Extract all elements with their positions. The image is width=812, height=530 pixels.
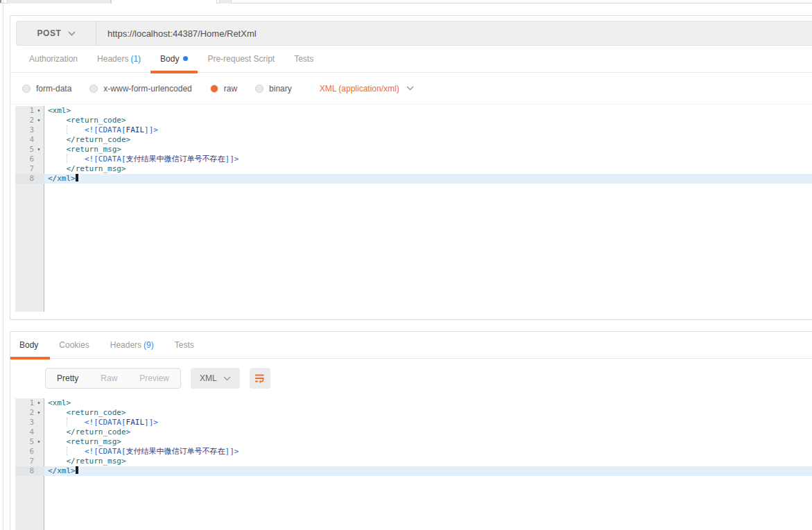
view-pretty-button[interactable]: Pretty — [46, 369, 89, 388]
code-lines: 1▾<xml>2▾ <return_code>3 <![CDATA[FAIL]]… — [15, 398, 812, 476]
code-lines: 1▾<xml>2▾ <return_code>3 <![CDATA[FAIL]]… — [15, 106, 812, 184]
request-body-editor[interactable]: 1▾<xml>2▾ <return_code>3 <![CDATA[FAIL]]… — [10, 105, 812, 317]
fold-toggle-icon[interactable]: ▾ — [34, 398, 44, 408]
token-atom: ]]> — [225, 447, 239, 456]
response-tab-body[interactable]: Body — [10, 340, 50, 358]
token-text — [67, 154, 85, 164]
gutter-cell: 8 — [15, 174, 44, 184]
fold-toggle-icon[interactable]: ▾ — [34, 408, 44, 418]
fold-toggle-icon[interactable]: ▾ — [34, 116, 44, 125]
code-line-content[interactable]: <![CDATA[支付结果中微信订单号不存在]]> — [44, 154, 812, 164]
content-type-label: XML (application/xml) — [320, 84, 399, 94]
gutter-cell: 5▾ — [15, 145, 44, 154]
line-number: 8 — [15, 466, 34, 476]
new-tab-button[interactable] — [219, 0, 232, 3]
code-line-content[interactable]: <xml> — [44, 398, 812, 408]
body-mode-urlencoded[interactable]: x-www-form-urlencoded — [89, 84, 191, 94]
line-number: 1 — [15, 398, 34, 408]
token-text — [48, 418, 67, 427]
body-mode-binary[interactable]: binary — [255, 84, 292, 94]
response-tab-cookies[interactable]: Cookies — [50, 340, 101, 358]
response-body-editor[interactable]: 1▾<xml>2▾ <return_code>3 <![CDATA[FAIL]]… — [10, 397, 812, 530]
request-tab-inactive[interactable] — [7, 0, 111, 3]
method-chevron-icon — [68, 31, 76, 36]
radio-icon[interactable] — [22, 85, 31, 93]
radio-icon[interactable] — [255, 85, 264, 93]
tab-authorization[interactable]: Authorization — [19, 54, 87, 72]
code-line-content[interactable]: <![CDATA[支付结果中微信订单号不存在]]> — [44, 447, 812, 457]
token-text — [48, 457, 67, 466]
view-raw-button[interactable]: Raw — [89, 369, 128, 388]
format-label: XML — [200, 373, 217, 383]
code-line: 2▾ <return_code> — [15, 116, 812, 125]
tab-label: Headers — [97, 54, 128, 64]
code-line-content[interactable]: </return_code> — [44, 135, 812, 145]
code-line-content[interactable]: <return_msg> — [44, 145, 812, 154]
tabbar-edge — [0, 0, 1, 3]
radio-label: x-www-form-urlencoded — [103, 84, 191, 94]
tab-body[interactable]: Body — [150, 54, 198, 72]
token-tag: </return_code> — [67, 135, 131, 144]
response-tab-headers[interactable]: Headers(9) — [101, 340, 166, 358]
code-line-content[interactable]: </return_msg> — [44, 164, 812, 174]
tab-tests[interactable]: Tests — [284, 54, 323, 72]
code-line-content[interactable]: </xml> — [44, 466, 812, 476]
tab-headers[interactable]: Headers(1) — [87, 54, 150, 72]
code-line: 6 <![CDATA[支付结果中微信订单号不存在]]> — [15, 154, 812, 164]
radio-label: binary — [269, 84, 292, 94]
fold-toggle-icon[interactable]: ▾ — [34, 145, 44, 154]
code-line: 1▾<xml> — [15, 398, 812, 408]
code-line-content[interactable]: </xml> — [44, 174, 812, 184]
code-line: 4 </return_code> — [15, 427, 812, 437]
tab-label: Authorization — [29, 54, 78, 64]
response-panel: Body Cookies Headers(9) Tests Pretty Raw… — [10, 331, 812, 530]
token-text — [48, 408, 67, 417]
radio-icon[interactable] — [89, 85, 98, 93]
button-label: Pretty — [57, 373, 78, 383]
token-atom: <![CDATA[ — [85, 447, 126, 456]
code-line: 8</xml> — [15, 174, 812, 184]
gutter-cell: 4 — [15, 427, 44, 437]
code-line-content[interactable]: <return_msg> — [44, 437, 812, 447]
text-cursor — [76, 174, 78, 182]
code-line: 6 <![CDATA[支付结果中微信订单号不存在]]> — [15, 447, 812, 457]
token-tag: </return_code> — [67, 427, 131, 436]
method-label: POST — [37, 28, 61, 38]
code-line-content[interactable]: </return_msg> — [44, 457, 812, 466]
content-type-dropdown[interactable]: XML (application/xml) — [320, 84, 414, 94]
response-toolbar: Pretty Raw Preview XML — [45, 368, 270, 389]
code-line-content[interactable]: <![CDATA[FAIL]]> — [44, 418, 812, 427]
code-line: 7 </return_msg> — [15, 457, 812, 466]
response-tab-tests[interactable]: Tests — [166, 340, 206, 358]
request-tab-active[interactable] — [111, 0, 217, 3]
body-mode-form-data[interactable]: form-data — [22, 84, 71, 94]
method-dropdown[interactable]: POST — [17, 21, 96, 45]
response-format-dropdown[interactable]: XML — [191, 368, 240, 389]
token-tag: <return_msg> — [67, 437, 121, 446]
code-line: 4 </return_code> — [15, 135, 812, 145]
fold-toggle-icon[interactable]: ▾ — [34, 437, 44, 447]
text-cursor — [76, 466, 78, 474]
radio-checked-icon[interactable] — [210, 85, 218, 93]
code-line-content[interactable]: <return_code> — [44, 116, 812, 125]
code-line-content[interactable]: </return_code> — [44, 427, 812, 437]
tab-pre-request-script[interactable]: Pre-request Script — [198, 54, 284, 72]
token-tag: <return_code> — [67, 408, 126, 417]
content-type-chevron-icon — [406, 86, 414, 91]
gutter-cell: 1▾ — [15, 106, 44, 116]
code-line-content[interactable]: <return_code> — [44, 408, 812, 418]
view-preview-button[interactable]: Preview — [128, 369, 180, 388]
line-number: 5 — [15, 437, 34, 447]
wrap-text-button[interactable] — [250, 368, 270, 389]
tab-label: Headers — [110, 340, 141, 350]
url-input[interactable]: https://localhost:44387/Home/RetXml — [96, 21, 812, 45]
token-text — [48, 145, 67, 154]
code-line-content[interactable]: <xml> — [44, 106, 812, 116]
body-mode-raw[interactable]: raw — [210, 84, 237, 94]
fold-toggle-icon[interactable]: ▾ — [34, 106, 44, 116]
line-number: 3 — [15, 125, 34, 135]
view-mode-group: Pretty Raw Preview — [45, 368, 181, 389]
line-number: 6 — [15, 154, 34, 164]
code-line-content[interactable]: <![CDATA[FAIL]]> — [44, 125, 812, 135]
gutter-cell: 3 — [15, 125, 44, 135]
